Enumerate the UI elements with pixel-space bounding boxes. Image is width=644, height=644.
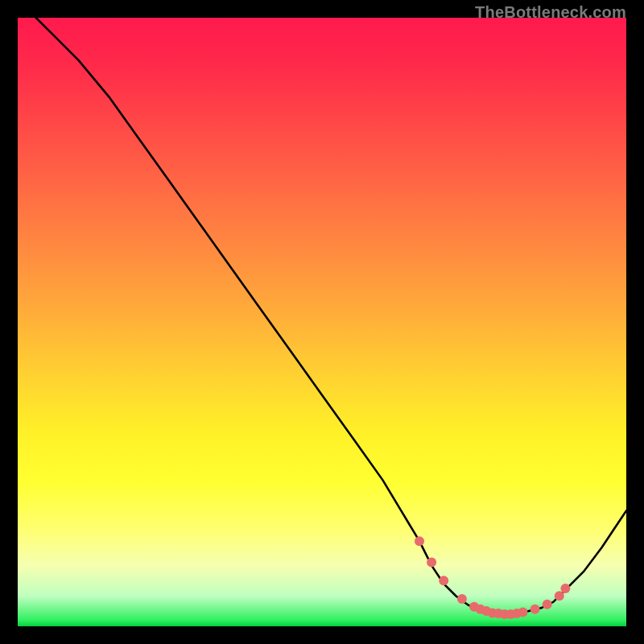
marker-dot [415,536,424,546]
marker-dot [560,584,570,593]
marker-dot [530,605,540,614]
marker-dots [415,536,570,619]
marker-dot [439,576,448,585]
marker-dot [543,600,552,609]
chart-svg [18,18,626,626]
marker-dot [457,594,467,604]
marker-dot [427,558,436,568]
bottleneck-curve [36,18,626,614]
chart-frame: TheBottleneck.com [18,18,626,626]
marker-dot [518,608,528,617]
